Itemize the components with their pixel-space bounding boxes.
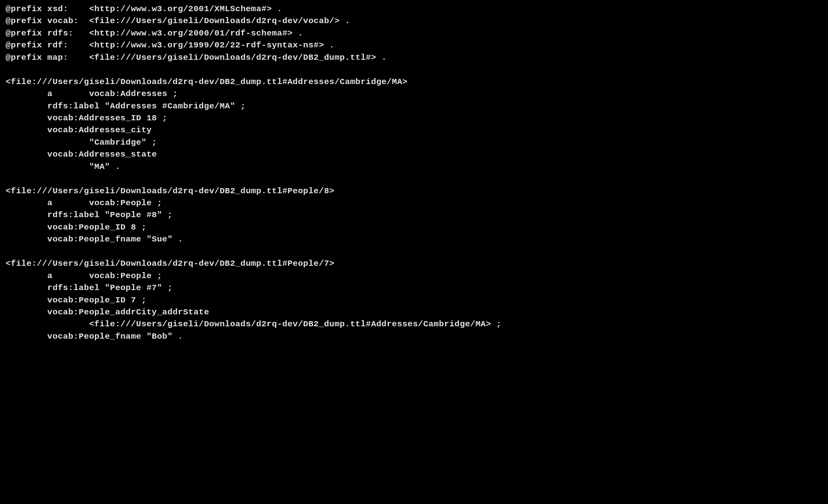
prefix-line: @prefix xsd: <http://www.w3.org/2001/XML… xyxy=(6,4,282,14)
triple-line: vocab:People_addrCity_addrState xyxy=(6,308,209,317)
triple-line: "Cambridge" ; xyxy=(6,138,157,147)
prefix-line: @prefix rdfs: <http://www.w3.org/2000/01… xyxy=(6,29,303,38)
triple-line: "MA" . xyxy=(6,162,120,171)
triple-line: a vocab:People ; xyxy=(6,198,162,208)
triple-line: vocab:Addresses_state xyxy=(6,150,157,159)
subject-iri: <file:///Users/giseli/Downloads/d2rq-dev… xyxy=(6,259,334,268)
subject-iri: <file:///Users/giseli/Downloads/d2rq-dev… xyxy=(6,186,334,196)
triple-line: vocab:People_ID 7 ; xyxy=(6,296,147,305)
triple-line: vocab:People_fname "Bob" . xyxy=(6,332,183,341)
prefix-line: @prefix vocab: <file:///Users/giseli/Dow… xyxy=(6,16,350,25)
terminal-output: @prefix xsd: <http://www.w3.org/2001/XML… xyxy=(0,0,828,346)
prefix-line: @prefix map: <file:///Users/giseli/Downl… xyxy=(6,53,387,62)
triple-line: vocab:People_ID 8 ; xyxy=(6,223,147,232)
triple-line: rdfs:label "Addresses #Cambridge/MA" ; xyxy=(6,102,246,111)
triple-line: a vocab:People ; xyxy=(6,271,162,280)
triple-line: rdfs:label "People #8" ; xyxy=(6,210,173,220)
prefix-line: @prefix rdf: <http://www.w3.org/1999/02/… xyxy=(6,41,334,50)
triple-line: a vocab:Addresses ; xyxy=(6,89,178,98)
triple-line: rdfs:label "People #7" ; xyxy=(6,283,173,292)
triple-line: <file:///Users/giseli/Downloads/d2rq-dev… xyxy=(6,320,502,329)
triple-line: vocab:Addresses_ID 18 ; xyxy=(6,114,167,123)
triple-line: vocab:People_fname "Sue" . xyxy=(6,235,183,244)
subject-iri: <file:///Users/giseli/Downloads/d2rq-dev… xyxy=(6,77,408,86)
triple-line: vocab:Addresses_city xyxy=(6,126,152,135)
